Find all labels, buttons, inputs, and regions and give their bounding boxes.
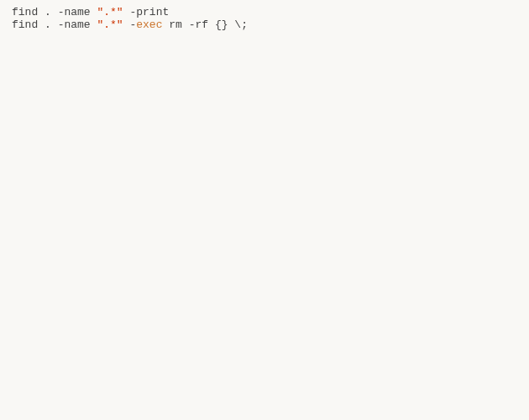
code-token: -rf — [189, 18, 215, 31]
code-token: exec — [136, 18, 162, 31]
code-token: find — [12, 6, 45, 18]
code-token: -print — [123, 6, 170, 18]
code-token: . — [45, 18, 58, 31]
code-token: {} — [215, 18, 234, 31]
code-line: find . -name ".*" -exec rm -rf {} \; — [12, 18, 248, 31]
code-token: rm — [162, 18, 188, 31]
code-block: find . -name ".*" -print find . -name ".… — [0, 0, 529, 37]
code-token: -name — [58, 18, 97, 31]
code-token: ".*" — [97, 18, 123, 31]
code-token: ".*" — [97, 6, 123, 18]
code-token: -name — [58, 6, 97, 18]
code-token: find — [12, 18, 45, 31]
code-line: find . -name ".*" -print — [12, 6, 169, 18]
code-token: . — [45, 6, 58, 18]
code-token: - — [123, 18, 137, 31]
code-token: \; — [234, 18, 248, 31]
